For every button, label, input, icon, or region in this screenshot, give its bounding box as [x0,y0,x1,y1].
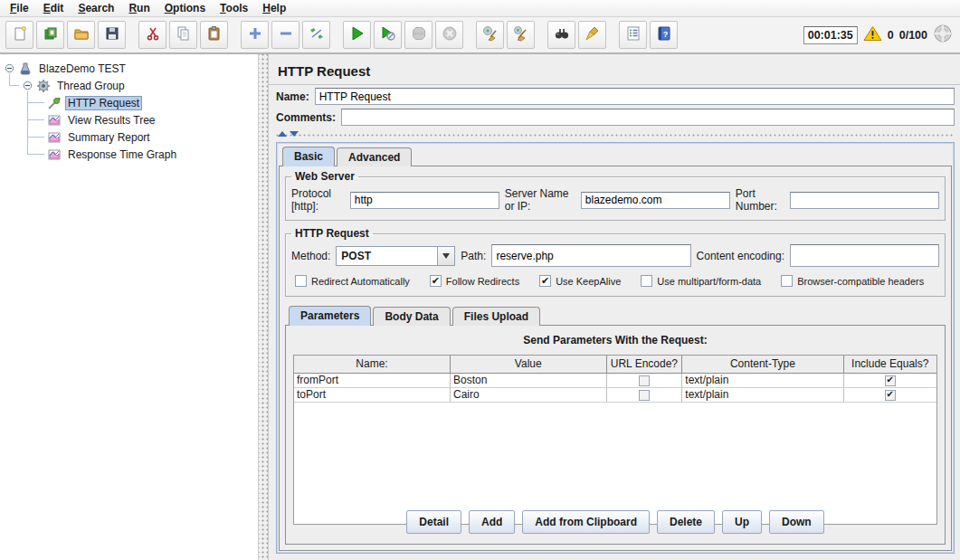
listener-icon [47,113,62,128]
menu-options[interactable]: Options [158,1,212,15]
tree-node-http-request[interactable]: HTTP Request [0,94,258,111]
add-button[interactable]: Add [469,510,515,534]
add-element-button[interactable] [241,21,269,49]
content-encoding-input[interactable] [790,244,939,267]
shutdown-button[interactable] [435,21,463,49]
include-equals-checkbox[interactable] [885,375,896,386]
server-name-input[interactable] [581,192,730,209]
url-encode-checkbox[interactable] [639,390,650,401]
templates-button[interactable] [36,21,64,49]
tree-node-label[interactable]: Response Time Graph [65,148,179,161]
stop-button[interactable]: STOP [404,21,432,49]
start-button[interactable] [343,21,371,49]
table-row[interactable]: toPort Cairo text/plain [294,387,936,402]
menu-edit[interactable]: Edit [37,1,71,15]
tree-node-label[interactable]: BlazeDemo TEST [36,62,128,75]
option-multipart-form-data[interactable]: Use multipart/form-data [641,275,761,287]
editor-split-divider[interactable] [276,128,955,140]
clear-button[interactable] [476,21,504,49]
toggle-icon [309,25,325,44]
split-collapse-down-icon[interactable] [290,131,299,137]
checkbox[interactable] [295,275,307,287]
web-server-group-title: Web Server [291,170,358,183]
chevron-down-icon [442,253,450,259]
thread-count: 0/100 [899,29,927,42]
menu-file[interactable]: File [4,1,35,15]
checkbox[interactable] [641,275,652,287]
tab-basic[interactable]: Basic [282,147,335,166]
tab-body-data[interactable]: Body Data [373,307,450,326]
help-button[interactable]: ? [650,21,678,49]
save-button[interactable] [98,21,126,49]
include-equals-checkbox[interactable] [885,390,896,401]
delete-button[interactable]: Delete [657,510,715,534]
content-type-cell[interactable]: text/plain [682,387,843,402]
tree-node-label[interactable]: Summary Report [65,131,153,144]
tab-parameters[interactable]: Parameters [289,306,371,326]
param-name-cell[interactable]: toPort [294,387,451,402]
param-name-cell[interactable]: fromPort [294,373,451,387]
cut-button[interactable] [138,21,166,49]
split-collapse-up-icon[interactable] [278,131,287,137]
tab-files-upload[interactable]: Files Upload [452,307,540,326]
warning-icon[interactable] [863,25,882,44]
param-value-cell[interactable]: Cairo [451,387,607,402]
tree-node-test-plan[interactable]: BlazeDemo TEST [0,60,258,77]
tree-node-label[interactable]: Thread Group [54,80,128,92]
menu-search[interactable]: Search [71,1,120,15]
port-number-input[interactable] [790,192,939,209]
menu-help[interactable]: Help [256,1,292,15]
tree-node-label[interactable]: View Results Tree [65,114,158,127]
column-header-value: Value [451,356,607,373]
option-browser-compatible-headers[interactable]: Browser-compatible headers [781,275,924,287]
minus-icon [278,25,294,44]
option-redirect-automatically[interactable]: Redirect Automatically [295,275,410,287]
checkbox[interactable] [781,275,793,287]
option-follow-redirects[interactable]: Follow Redirects [430,275,519,287]
table-row[interactable]: fromPort Boston text/plain [294,373,936,387]
paste-button[interactable] [200,21,228,49]
option-use-keepalive[interactable]: Use KeepAlive [539,275,621,287]
tree-node-thread-group[interactable]: Thread Group [0,77,258,94]
start-no-timers-button[interactable] [374,21,402,49]
add-from-clipboard-button[interactable]: Add from Clipboard [522,510,650,534]
elapsed-time-display: 00:01:35 [803,26,858,44]
menu-run[interactable]: Run [122,1,156,15]
name-input[interactable] [315,88,955,105]
copy-button[interactable] [169,21,197,49]
expand-handle-icon[interactable] [23,81,33,90]
comments-input[interactable] [341,109,955,126]
checkbox[interactable] [430,275,442,287]
remove-element-button[interactable] [271,21,299,49]
protocol-input[interactable] [350,192,499,209]
function-helper-button[interactable] [619,21,647,49]
tree-node-response-time-graph[interactable]: Response Time Graph [0,146,258,163]
new-button[interactable] [5,21,33,49]
tree-split-divider[interactable] [259,54,268,560]
expand-handle-icon[interactable] [5,63,14,73]
combo-arrow-button[interactable] [437,247,454,265]
down-button[interactable]: Down [769,510,824,534]
method-select[interactable]: POST [336,246,455,266]
search-button[interactable] [547,21,575,49]
toolbar-status-area: 00:01:35 0 0/100 [803,24,955,46]
param-value-cell[interactable]: Boston [451,373,607,387]
path-input[interactable] [491,244,690,267]
clear-all-button[interactable] [507,21,535,49]
tree-node-summary-report[interactable]: Summary Report [0,128,258,146]
tab-advanced[interactable]: Advanced [337,147,412,166]
up-button[interactable]: Up [722,510,762,534]
content-type-cell[interactable]: text/plain [682,373,843,387]
open-button[interactable] [67,21,95,49]
menu-tools[interactable]: Tools [214,1,254,15]
tree-node-view-results-tree[interactable]: View Results Tree [0,111,258,128]
url-encode-checkbox[interactable] [639,375,650,386]
reset-search-button[interactable] [578,21,606,49]
checkbox-label: Browser-compatible headers [797,276,924,287]
checkbox[interactable] [539,275,551,287]
toggle-elements-button[interactable] [302,21,330,49]
test-plan-icon [18,62,33,76]
table-header-row: Name: Value URL Encode? Content-Type Inc… [294,356,936,373]
tree-node-label[interactable]: HTTP Request [65,96,142,110]
detail-button[interactable]: Detail [406,510,461,534]
